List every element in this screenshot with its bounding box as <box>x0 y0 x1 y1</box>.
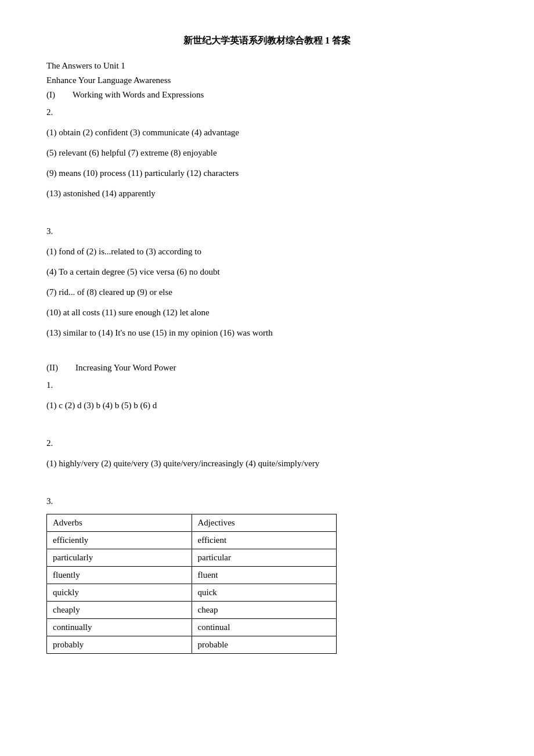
page-title: 新世纪大学英语系列教材综合教程 1 答案 <box>46 35 488 47</box>
q3-line1: (1) fond of (2) is...related to (3) acco… <box>46 244 488 260</box>
section-II-title: Increasing Your Word Power <box>75 363 176 373</box>
section-I-title: Working with Words and Expressions <box>73 90 204 100</box>
q1-label: 1. <box>46 377 488 393</box>
table-cell: cheap <box>192 602 337 619</box>
q2-line2: (5) relevant (6) helpful (7) extreme (8)… <box>46 145 488 161</box>
table-cell: fluent <box>192 567 337 584</box>
table-cell: fluently <box>47 567 192 584</box>
table-cell: continually <box>47 619 192 636</box>
table-cell: continual <box>192 619 337 636</box>
q3b-label: 3. <box>46 494 488 509</box>
q2-line3: (9) means (10) process (11) particularly… <box>46 165 488 181</box>
language-awareness-heading: Enhance Your Language Awareness <box>46 75 488 85</box>
q2-line4: (13) astonished (14) apparently <box>46 186 488 201</box>
q3-label: 3. <box>46 224 488 239</box>
q2-label: 2. <box>46 105 488 120</box>
q3-line2: (4) To a certain degree (5) vice versa (… <box>46 264 488 280</box>
table-header-adjectives: Adjectives <box>192 514 337 532</box>
q3-line5: (13) similar to (14) It's no use (15) in… <box>46 325 488 341</box>
section-II-label: (II) <box>46 363 58 373</box>
q1-line1: (1) c (2) d (3) b (4) b (5) b (6) d <box>46 398 488 413</box>
q2b-label: 2. <box>46 435 488 451</box>
q2-line1: (1) obtain (2) confident (3) communicate… <box>46 125 488 141</box>
table-cell: probably <box>47 636 192 654</box>
table-cell: efficiently <box>47 532 192 549</box>
section-I-label: (I) <box>46 90 55 100</box>
table-cell: quick <box>192 584 337 602</box>
table-cell: particular <box>192 549 337 567</box>
table-header-adverbs: Adverbs <box>47 514 192 532</box>
table-cell: cheaply <box>47 602 192 619</box>
table-cell: probable <box>192 636 337 654</box>
q3-line4: (10) at all costs (11) sure enough (12) … <box>46 305 488 321</box>
table-cell: quickly <box>47 584 192 602</box>
table-cell: particularly <box>47 549 192 567</box>
table-cell: efficient <box>192 532 337 549</box>
adverb-adjective-table: Adverbs Adjectives efficientlyefficientp… <box>46 514 337 654</box>
q3-line3: (7) rid... of (8) cleared up (9) or else <box>46 285 488 300</box>
q2b-line1: (1) highly/very (2) quite/very (3) quite… <box>46 456 488 471</box>
unit-heading: The Answers to Unit 1 <box>46 61 488 71</box>
